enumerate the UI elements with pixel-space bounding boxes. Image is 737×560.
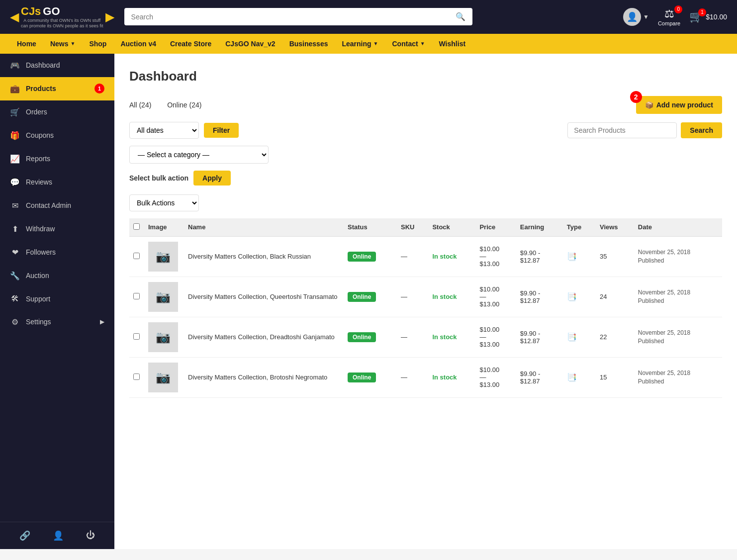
row-views-cell: 35 (596, 236, 634, 277)
avatar-area[interactable]: 👤 ▼ (623, 8, 649, 26)
withdraw-icon: ⬆ (10, 224, 20, 234)
nav-item-auction[interactable]: Auction v4 (113, 34, 163, 54)
row-type-cell: 📑 (563, 357, 596, 397)
orders-icon: 🛒 (10, 107, 20, 117)
contact-caret-icon: ▼ (420, 41, 425, 46)
table-row: 📷 Diversity Matters Collection, Brotoshi… (129, 357, 722, 397)
nav-item-shop[interactable]: Shop (82, 34, 113, 54)
row-checkbox-cell (129, 357, 144, 397)
row-type-cell: 📑 (563, 236, 596, 277)
col-views: Views (596, 218, 634, 237)
sidebar-item-support[interactable]: 🛠 Support (0, 287, 114, 310)
sidebar-user-icon[interactable]: 👤 (53, 530, 64, 541)
logo-arrow-left-icon: ◀ (10, 10, 19, 24)
tab-online[interactable]: Online (24) (167, 101, 201, 109)
sidebar-item-reports[interactable]: 📈 Reports (0, 147, 114, 171)
sidebar-item-settings[interactable]: ⚙ Settings ▶ (0, 310, 114, 334)
product-toolbar: All (24) Online (24) 2 📦 Add new product (129, 96, 722, 114)
row-name-cell[interactable]: Diversity Matters Collection, Queertoshi… (184, 277, 344, 317)
apply-button[interactable]: Apply (193, 171, 231, 186)
reports-icon: 📈 (10, 154, 20, 164)
compare-area[interactable]: 0 ⚖ Compare (658, 7, 680, 26)
stock-status-0: In stock (432, 253, 457, 260)
date-filter-select[interactable]: All dates (129, 122, 199, 139)
logo-arrow-right-icon: ▶ (105, 10, 114, 24)
products-icon: 💼 (10, 84, 20, 93)
product-image-1: 📷 (148, 282, 178, 312)
category-select[interactable]: — Select a category — (129, 146, 269, 164)
contact-admin-icon: ✉ (10, 201, 20, 210)
product-image-2: 📷 (148, 322, 178, 352)
nav-item-businesses[interactable]: Businesses (282, 34, 335, 54)
row-checkbox-0[interactable] (133, 253, 140, 259)
stock-status-1: In stock (432, 293, 457, 300)
content-area: Dashboard All (24) Online (24) 2 📦 Add n… (114, 54, 737, 549)
type-icon-1: 📑 (567, 292, 577, 301)
news-caret-icon: ▼ (70, 41, 75, 46)
row-price-cell: $10.00—$13.00 (475, 236, 516, 277)
status-badge-1: Online (348, 292, 376, 302)
nav-item-learning[interactable]: Learning ▼ (335, 34, 385, 54)
search-products-input[interactable] (567, 122, 677, 138)
compare-label: Compare (658, 20, 680, 26)
col-date: Date (634, 218, 722, 237)
add-product-label: Add new product (656, 101, 713, 109)
products-badge: 1 (94, 84, 104, 93)
row-stock-cell: In stock (428, 236, 475, 277)
row-views-cell: 22 (596, 317, 634, 357)
search-products-button[interactable]: Search (681, 122, 722, 138)
search-input[interactable] (131, 13, 456, 21)
sidebar-item-contact-admin[interactable]: ✉ Contact Admin (0, 194, 114, 217)
row-name-cell[interactable]: Diversity Matters Collection, Dreadtoshi… (184, 317, 344, 357)
sidebar-power-icon[interactable]: ⏻ (86, 530, 95, 541)
sidebar-item-reviews[interactable]: 💬 Reviews (0, 171, 114, 194)
nav-item-contact[interactable]: Contact ▼ (385, 34, 432, 54)
step-badge-2: 2 (630, 91, 642, 103)
tab-all[interactable]: All (24) (129, 101, 151, 109)
search-bar[interactable]: 🔍 (124, 8, 472, 25)
sidebar-item-dashboard[interactable]: 🎮 Dashboard (0, 54, 114, 77)
row-checkbox-1[interactable] (133, 293, 140, 299)
dashboard-icon: 🎮 (10, 61, 20, 70)
product-tabs: All (24) Online (24) (129, 101, 201, 109)
sidebar-external-icon[interactable]: 🔗 (19, 530, 30, 541)
sidebar-item-withdraw[interactable]: ⬆ Withdraw (0, 217, 114, 241)
row-stock-cell: In stock (428, 277, 475, 317)
bulk-actions-select[interactable]: Bulk Actions (129, 194, 199, 211)
sidebar-item-products[interactable]: 💼 Products 1 (0, 77, 114, 100)
sidebar-label-support: Support (26, 295, 50, 303)
nav-item-home[interactable]: Home (10, 34, 43, 54)
row-checkbox-cell (129, 317, 144, 357)
sidebar-item-coupons[interactable]: 🎁 Coupons (0, 124, 114, 147)
cart-area[interactable]: 1 🛒 $10.00 (689, 10, 727, 23)
bulk-action-label: Select bulk action (129, 174, 188, 182)
cart-price: $10.00 (706, 13, 727, 21)
search-submit-button[interactable]: 🔍 (456, 12, 465, 21)
compare-badge: 0 (674, 5, 682, 13)
col-status: Status (344, 218, 397, 237)
nav-item-wishlist[interactable]: Wishlist (432, 34, 473, 54)
filter-button[interactable]: Filter (204, 123, 239, 138)
nav-item-create-store[interactable]: Create Store (163, 34, 218, 54)
nav-item-cjsgo[interactable]: CJsGO Nav_v2 (218, 34, 282, 54)
row-date-cell: November 25, 2018Published (634, 357, 722, 397)
select-all-checkbox[interactable] (133, 223, 140, 230)
nav-item-news[interactable]: News ▼ (43, 34, 82, 54)
row-status-cell: Online (344, 236, 397, 277)
sidebar-item-followers[interactable]: ❤ Followers (0, 241, 114, 264)
row-name-cell[interactable]: Diversity Matters Collection, Brotoshi N… (184, 357, 344, 397)
sidebar-item-orders[interactable]: 🛒 Orders (0, 100, 114, 124)
sidebar-item-auction[interactable]: 🔧 Auction (0, 264, 114, 287)
col-sku: SKU (397, 218, 428, 237)
row-name-cell[interactable]: Diversity Matters Collection, Black Russ… (184, 236, 344, 277)
status-badge-2: Online (348, 332, 376, 342)
filter-row: All dates Filter Search (129, 122, 722, 139)
header-right: 👤 ▼ 0 ⚖ Compare 1 🛒 $10.00 (623, 7, 727, 26)
row-checkbox-2[interactable] (133, 333, 140, 340)
row-price-cell: $10.00—$13.00 (475, 357, 516, 397)
row-earning-cell: $9.90 -$12.87 (516, 277, 563, 317)
add-product-button[interactable]: 2 📦 Add new product (636, 96, 722, 114)
row-checkbox-3[interactable] (133, 373, 140, 380)
table-row: 📷 Diversity Matters Collection, Black Ru… (129, 236, 722, 277)
row-price-cell: $10.00—$13.00 (475, 317, 516, 357)
